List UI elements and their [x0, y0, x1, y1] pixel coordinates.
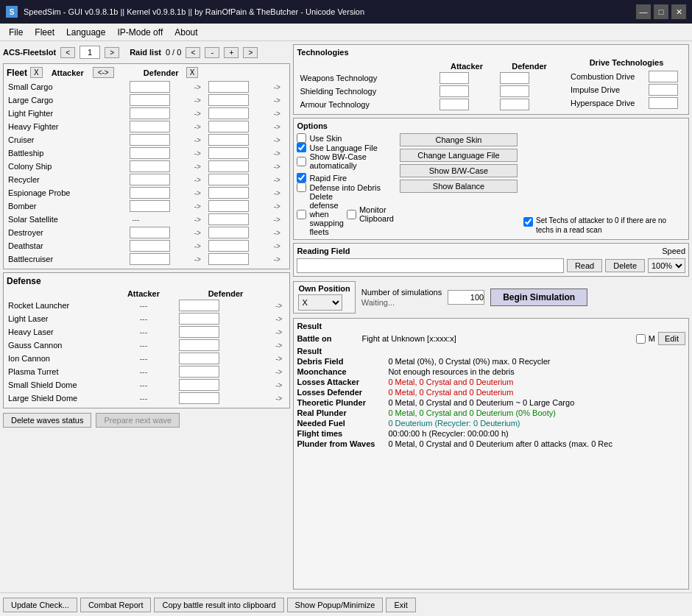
menu-language[interactable]: Language: [60, 26, 111, 39]
defense-attacker-header: Attacker: [110, 288, 177, 299]
defense-defender-input[interactable]: [179, 326, 219, 338]
fleet-defender-input[interactable]: [208, 174, 249, 185]
tech-defender-input[interactable]: [500, 72, 529, 84]
defense-defender-input[interactable]: [179, 313, 219, 325]
clear-attacker-button[interactable]: X: [30, 67, 43, 78]
fleet-defender-input[interactable]: [208, 94, 249, 106]
tech-attacker-input[interactable]: [439, 85, 469, 97]
close-button[interactable]: ✕: [671, 4, 686, 19]
swap-button[interactable]: <->: [93, 67, 114, 78]
defense-defender-input[interactable]: [179, 339, 219, 351]
read-button[interactable]: Read: [567, 259, 602, 272]
needed-fuel-value: 0 Deuterium (Recycler: 0 Deuterium): [388, 419, 520, 428]
fleet-defender-input[interactable]: [208, 227, 249, 238]
show-bwcase-checkbox[interactable]: [297, 157, 306, 166]
defense-defender-input[interactable]: [179, 300, 219, 311]
show-balance-button[interactable]: Show Balance: [400, 180, 518, 193]
minimize-button[interactable]: —: [636, 4, 651, 19]
exit-button[interactable]: Exit: [386, 598, 415, 612]
show-bwcase-button[interactable]: Show B/W-Case: [400, 164, 518, 177]
defense-debris-checkbox[interactable]: [297, 183, 306, 192]
sims-section: Number of simulations Waiting...: [361, 288, 442, 307]
menu-ipmode[interactable]: IP-Mode off: [111, 26, 169, 39]
menu-fleet[interactable]: Fleet: [29, 26, 60, 39]
delete-reading-button[interactable]: Delete: [605, 259, 645, 272]
acs-value-input[interactable]: [80, 46, 100, 59]
simulations-input[interactable]: [448, 290, 484, 305]
acs-next-button[interactable]: >: [105, 47, 119, 58]
delete-defense-checkbox[interactable]: [297, 210, 306, 219]
fleet-attacker-input[interactable]: [130, 227, 170, 238]
fleet-attacker-input[interactable]: [130, 200, 170, 212]
arrow-attacker: ->: [193, 107, 208, 120]
drive-input[interactable]: [649, 97, 678, 109]
fleet-attacker-input[interactable]: [130, 174, 170, 185]
fleet-attacker-input[interactable]: [130, 253, 170, 265]
clear-defender-button[interactable]: X: [186, 67, 199, 78]
tech-defender-input[interactable]: [500, 85, 529, 97]
fleet-defender-input[interactable]: [208, 81, 249, 93]
change-skin-button[interactable]: Change Skin: [400, 133, 518, 146]
fleet-defender-input[interactable]: [208, 160, 249, 172]
fleet-label: Fleet: [7, 68, 27, 78]
reading-field-input[interactable]: [297, 258, 563, 273]
raid-plus-button[interactable]: +: [224, 47, 239, 58]
tech-attacker-input[interactable]: [439, 72, 469, 84]
maximize-button[interactable]: □: [654, 4, 668, 19]
drive-input[interactable]: [649, 84, 678, 96]
fleet-defender-input[interactable]: [208, 107, 249, 119]
rapid-fire-checkbox[interactable]: [297, 173, 306, 183]
tech-defender-input[interactable]: [500, 99, 529, 110]
acs-prev-button[interactable]: <: [60, 47, 75, 58]
copy-battle-result-button[interactable]: Copy battle result into clipboard: [154, 598, 283, 612]
fleet-attacker-input[interactable]: [130, 240, 170, 252]
fleet-attacker-input[interactable]: [130, 160, 170, 172]
change-language-button[interactable]: Change Language File: [400, 149, 518, 162]
begin-simulation-button[interactable]: Begin Simulation: [490, 288, 587, 306]
update-check-button[interactable]: Update Check...: [3, 598, 77, 612]
raid-next-button[interactable]: >: [243, 47, 258, 58]
fleet-defender-input[interactable]: [208, 187, 249, 199]
speed-select[interactable]: 100% 50% 75% 125% 150%: [648, 258, 685, 273]
show-popup-button[interactable]: Show Popup/Minimize: [287, 598, 384, 612]
fleet-attacker-input[interactable]: [130, 81, 170, 93]
own-position-select[interactable]: X 1 2 3: [298, 294, 342, 311]
delete-waves-button[interactable]: Delete waves status: [3, 413, 91, 428]
fleet-attacker-input[interactable]: [130, 121, 170, 132]
defense-defender-input[interactable]: [179, 379, 219, 391]
fleet-defender-input[interactable]: [208, 200, 249, 212]
raid-minus-button[interactable]: -: [205, 47, 219, 58]
drive-input[interactable]: [649, 71, 678, 82]
defense-defender-input[interactable]: [179, 366, 219, 378]
arrow-defender: ->: [272, 146, 287, 160]
defense-defender-input[interactable]: [179, 353, 219, 364]
fleet-attacker-input[interactable]: [130, 187, 170, 199]
tech-row-name: Weapons Technology: [297, 71, 436, 85]
set-techs-checkbox[interactable]: [523, 217, 533, 227]
raid-prev-button[interactable]: <: [186, 47, 200, 58]
acs-label: ACS-Fleetslot: [3, 48, 56, 57]
defense-defender-input[interactable]: [179, 392, 219, 404]
fleet-attacker-input[interactable]: [130, 107, 170, 119]
arrow-attacker: ->: [193, 146, 208, 160]
fleet-attacker-input[interactable]: [130, 147, 170, 159]
fleet-defender-input[interactable]: [208, 121, 249, 132]
monitor-clipboard-checkbox[interactable]: [347, 210, 356, 219]
fleet-attacker-input[interactable]: [130, 94, 170, 106]
arrow-attacker: ->: [193, 226, 208, 239]
fleet-defender-input[interactable]: [208, 213, 249, 225]
fleet-defender-input[interactable]: [208, 134, 249, 146]
fleet-defender-input[interactable]: [208, 253, 249, 265]
combat-report-button[interactable]: Combat Report: [80, 598, 152, 612]
tech-attacker-input[interactable]: [439, 99, 469, 110]
fleet-attacker-input[interactable]: [130, 134, 170, 146]
fleet-defender-input[interactable]: [208, 240, 249, 252]
fleet-defender-input[interactable]: [208, 147, 249, 159]
menu-file[interactable]: File: [3, 26, 29, 39]
edit-button[interactable]: Edit: [658, 332, 685, 345]
menu-about[interactable]: About: [169, 26, 203, 39]
m-checkbox[interactable]: [636, 334, 646, 344]
own-position-label: Own Position: [298, 284, 350, 293]
use-skin-checkbox[interactable]: [297, 133, 306, 143]
use-language-checkbox[interactable]: [297, 143, 306, 152]
